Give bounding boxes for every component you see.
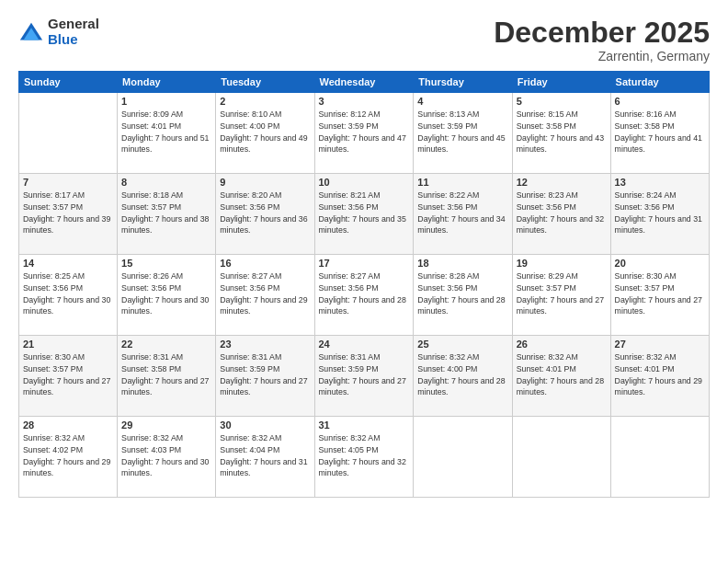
day-number: 7 [23,177,113,188]
day-info: Sunrise: 8:32 AM Sunset: 4:05 PM Dayligh… [319,432,410,479]
day-number: 30 [220,419,310,431]
day-info: Sunrise: 8:27 AM Sunset: 3:56 PM Dayligh… [220,270,310,317]
day-number: 9 [220,177,310,188]
calendar-week-row-3: 14Sunrise: 8:25 AM Sunset: 3:56 PM Dayli… [19,255,710,336]
day-number: 3 [319,96,410,107]
day-info: Sunrise: 8:23 AM Sunset: 3:56 PM Dayligh… [517,190,607,236]
col-sunday: Sunday [19,72,118,93]
day-number: 5 [517,96,607,107]
col-tuesday: Tuesday [216,72,314,93]
calendar-cell: 24Sunrise: 8:31 AM Sunset: 3:59 PM Dayli… [314,336,414,417]
calendar-cell: 5Sunrise: 8:15 AM Sunset: 3:58 PM Daylig… [512,93,610,174]
calendar-cell: 31Sunrise: 8:32 AM Sunset: 4:05 PM Dayli… [314,417,414,498]
calendar-header-row: Sunday Monday Tuesday Wednesday Thursday… [19,72,710,93]
col-saturday: Saturday [610,72,709,93]
day-number: 12 [517,177,607,188]
calendar-cell [512,417,610,498]
day-number: 8 [121,177,211,188]
calendar-week-row-4: 21Sunrise: 8:30 AM Sunset: 3:57 PM Dayli… [19,336,710,417]
day-number: 28 [23,419,113,431]
col-monday: Monday [118,72,216,93]
day-number: 1 [121,96,211,107]
day-info: Sunrise: 8:12 AM Sunset: 3:59 PM Dayligh… [319,109,410,155]
day-number: 29 [121,419,211,431]
logo-text: General Blue [48,17,99,47]
calendar-cell: 6Sunrise: 8:16 AM Sunset: 3:58 PM Daylig… [610,93,709,174]
day-info: Sunrise: 8:24 AM Sunset: 3:56 PM Dayligh… [615,190,705,236]
day-number: 27 [615,339,705,350]
calendar-cell: 30Sunrise: 8:32 AM Sunset: 4:04 PM Dayli… [216,417,314,498]
day-info: Sunrise: 8:20 AM Sunset: 3:56 PM Dayligh… [220,190,310,236]
calendar-cell: 21Sunrise: 8:30 AM Sunset: 3:57 PM Dayli… [19,336,118,417]
day-info: Sunrise: 8:32 AM Sunset: 4:00 PM Dayligh… [417,351,507,398]
calendar-cell: 20Sunrise: 8:30 AM Sunset: 3:57 PM Dayli… [610,255,709,336]
logo-icon [18,19,44,45]
calendar-cell: 2Sunrise: 8:10 AM Sunset: 4:00 PM Daylig… [216,93,314,174]
calendar-cell: 15Sunrise: 8:26 AM Sunset: 3:56 PM Dayli… [118,255,216,336]
col-friday: Friday [512,72,610,93]
day-number: 11 [417,177,507,188]
day-info: Sunrise: 8:31 AM Sunset: 3:59 PM Dayligh… [319,351,410,398]
calendar-cell: 27Sunrise: 8:32 AM Sunset: 4:01 PM Dayli… [610,336,709,417]
calendar-cell: 13Sunrise: 8:24 AM Sunset: 3:56 PM Dayli… [610,174,709,255]
day-info: Sunrise: 8:30 AM Sunset: 3:57 PM Dayligh… [23,351,113,398]
day-info: Sunrise: 8:10 AM Sunset: 4:00 PM Dayligh… [220,109,310,155]
day-info: Sunrise: 8:31 AM Sunset: 3:58 PM Dayligh… [121,351,211,398]
day-number: 17 [319,258,410,269]
calendar-cell: 14Sunrise: 8:25 AM Sunset: 3:56 PM Dayli… [19,255,118,336]
calendar-cell: 10Sunrise: 8:21 AM Sunset: 3:56 PM Dayli… [314,174,414,255]
logo: General Blue [18,17,99,47]
day-info: Sunrise: 8:26 AM Sunset: 3:56 PM Dayligh… [121,270,211,317]
calendar-cell: 17Sunrise: 8:27 AM Sunset: 3:56 PM Dayli… [314,255,414,336]
day-number: 14 [23,258,113,269]
calendar-cell [610,417,709,498]
day-info: Sunrise: 8:18 AM Sunset: 3:57 PM Dayligh… [121,190,211,236]
day-info: Sunrise: 8:15 AM Sunset: 3:58 PM Dayligh… [517,109,607,155]
day-number: 18 [417,258,507,269]
calendar-week-row-2: 7Sunrise: 8:17 AM Sunset: 3:57 PM Daylig… [19,174,710,255]
day-number: 23 [220,339,310,350]
day-number: 16 [220,258,310,269]
calendar-cell: 29Sunrise: 8:32 AM Sunset: 4:03 PM Dayli… [118,417,216,498]
day-info: Sunrise: 8:32 AM Sunset: 4:02 PM Dayligh… [23,432,113,479]
day-number: 26 [517,339,607,350]
calendar-week-row-5: 28Sunrise: 8:32 AM Sunset: 4:02 PM Dayli… [19,417,710,498]
day-number: 25 [417,339,507,350]
day-info: Sunrise: 8:32 AM Sunset: 4:04 PM Dayligh… [220,432,310,479]
calendar-cell: 9Sunrise: 8:20 AM Sunset: 3:56 PM Daylig… [216,174,314,255]
day-number: 2 [220,96,310,107]
col-thursday: Thursday [414,72,512,93]
day-info: Sunrise: 8:28 AM Sunset: 3:56 PM Dayligh… [417,270,507,317]
calendar-cell: 12Sunrise: 8:23 AM Sunset: 3:56 PM Dayli… [512,174,610,255]
day-info: Sunrise: 8:32 AM Sunset: 4:03 PM Dayligh… [121,432,211,479]
day-number: 19 [517,258,607,269]
calendar-cell: 16Sunrise: 8:27 AM Sunset: 3:56 PM Dayli… [216,255,314,336]
day-info: Sunrise: 8:25 AM Sunset: 3:56 PM Dayligh… [23,270,113,317]
day-info: Sunrise: 8:22 AM Sunset: 3:56 PM Dayligh… [417,190,507,236]
calendar-cell: 26Sunrise: 8:32 AM Sunset: 4:01 PM Dayli… [512,336,610,417]
header: General Blue December 2025 Zarrentin, Ge… [18,17,710,63]
day-number: 4 [417,96,507,107]
page: General Blue December 2025 Zarrentin, Ge… [0,0,728,563]
day-info: Sunrise: 8:17 AM Sunset: 3:57 PM Dayligh… [23,190,113,236]
day-info: Sunrise: 8:27 AM Sunset: 3:56 PM Dayligh… [319,270,410,317]
day-info: Sunrise: 8:32 AM Sunset: 4:01 PM Dayligh… [615,351,705,398]
calendar-week-row-1: 1Sunrise: 8:09 AM Sunset: 4:01 PM Daylig… [19,93,710,174]
day-number: 15 [121,258,211,269]
calendar-cell [19,93,118,174]
day-info: Sunrise: 8:09 AM Sunset: 4:01 PM Dayligh… [121,109,211,155]
calendar-cell: 1Sunrise: 8:09 AM Sunset: 4:01 PM Daylig… [118,93,216,174]
day-info: Sunrise: 8:21 AM Sunset: 3:56 PM Dayligh… [319,190,410,236]
calendar-cell [414,417,512,498]
day-number: 24 [319,339,410,350]
logo-blue: Blue [48,32,99,48]
location: Zarrentin, Germany [494,49,710,63]
calendar-cell: 23Sunrise: 8:31 AM Sunset: 3:59 PM Dayli… [216,336,314,417]
day-info: Sunrise: 8:13 AM Sunset: 3:59 PM Dayligh… [417,109,507,155]
day-number: 13 [615,177,705,188]
day-info: Sunrise: 8:31 AM Sunset: 3:59 PM Dayligh… [220,351,310,398]
day-info: Sunrise: 8:29 AM Sunset: 3:57 PM Dayligh… [517,270,607,317]
calendar-cell: 19Sunrise: 8:29 AM Sunset: 3:57 PM Dayli… [512,255,610,336]
day-number: 22 [121,339,211,350]
day-number: 21 [23,339,113,350]
